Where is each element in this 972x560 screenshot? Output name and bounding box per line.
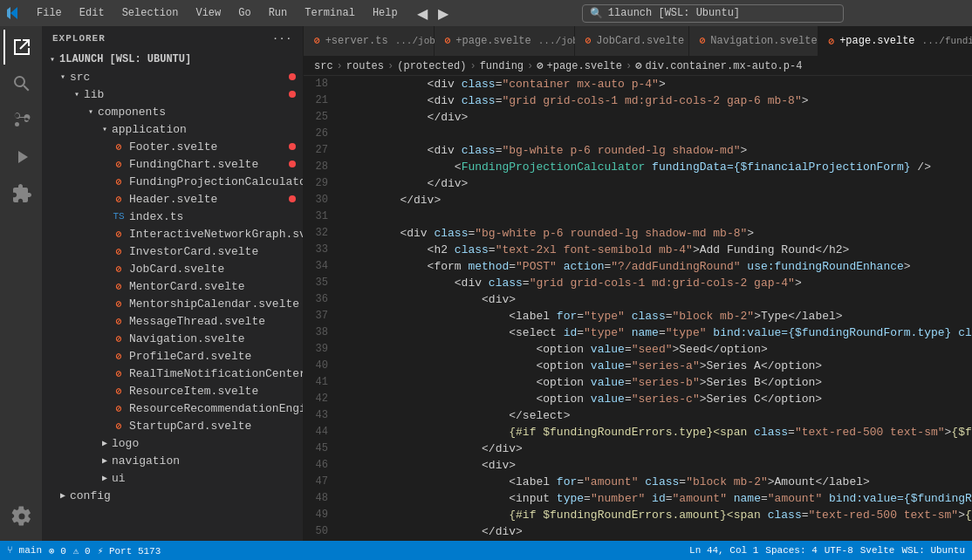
file-funding-chart[interactable]: ⊘ FundingChart.svelte [42,155,303,173]
line-content-38: <select id="type" name="type" bind:value… [339,324,972,341]
file-mentor-card[interactable]: ⊘ MentorCard.svelte [42,277,303,295]
code-line-34: 34 <form method="POST" action="?/addFund… [304,258,972,275]
line-content-47: <label for="amount" class="block mb-2">A… [339,474,870,490]
file-job-card[interactable]: ⊘ JobCard.svelte [42,260,303,277]
code-line-27: 27 <div class="bg-white p-6 rounded-lg s… [304,142,972,159]
tab-label-page-jobs: +page.svelte [455,35,530,47]
menu-bar[interactable]: File Edit Selection View Go Run Terminal… [30,5,405,21]
activity-explorer[interactable] [3,30,38,65]
tree-application[interactable]: ▾ application [42,120,303,138]
tree-ui[interactable]: ▶ ui [42,469,303,487]
status-port[interactable]: ⚡ Port 5173 [98,545,161,557]
file-funding-projection-calculator[interactable]: ⊘ FundingProjectionCalculator.svelte 9+ [42,173,303,190]
status-warnings[interactable]: ⚠ 0 [73,545,91,557]
activity-settings[interactable] [3,499,38,534]
tab-navigation[interactable]: ⊘ Navigation.svelte × [689,26,818,56]
file-header-svelte[interactable]: ⊘ Header.svelte [42,190,303,208]
tree-logo[interactable]: ▶ logo [42,434,303,452]
search-bar[interactable]: 🔍 1launch [WSL: Ubuntu] [461,4,965,23]
line-num-46: 46 [304,457,339,474]
file-investor-card[interactable]: ⊘ InvestorCard.svelte [42,242,303,260]
breadcrumb-funding[interactable]: funding [480,60,524,72]
file-navigation[interactable]: ⊘ Navigation.svelte [42,330,303,347]
tab-job-card[interactable]: ⊘ JobCard.svelte × [575,26,689,56]
status-encoding[interactable]: UTF-8 [825,545,853,556]
line-content-29: </div> [339,175,468,192]
breadcrumb-routes[interactable]: routes [346,60,384,72]
status-branch[interactable]: ⑂ main [7,545,42,556]
file-startup-card[interactable]: ⊘ StartupCard.svelte [42,417,303,434]
code-editor[interactable]: 18 <div class="container mx-auto p-4"> 2… [304,76,972,541]
file-resource-recommendation[interactable]: ⊘ ResourceRecommendationEngine.svelte [42,400,303,417]
tab-label-server: +server.ts [325,35,388,47]
tree-lib[interactable]: ▾ lib [42,85,303,103]
ui-arrow: ▶ [98,471,112,485]
menu-selection[interactable]: Selection [115,5,186,21]
code-line-25: 25 </div> [304,109,972,126]
line-content-30: </div> [339,192,441,208]
activity-extensions[interactable] [3,176,38,211]
header-dot [289,195,296,202]
activity-search[interactable] [3,66,38,101]
ts-file-icon: TS [112,209,126,223]
tree-src[interactable]: ▾ src [42,68,303,85]
code-line-29: 29 </div> [304,175,972,192]
breadcrumb-src[interactable]: src [314,60,333,72]
line-num-37: 37 [304,308,339,324]
tab-icon-navigation: ⊘ [700,35,706,46]
file-index-ts[interactable]: TS index.ts [42,208,303,225]
line-content-39: <option value="seed">Seed</option> [339,341,768,358]
breadcrumb-file[interactable]: +page.svelte [547,60,622,72]
line-content-18: <div class="container mx-auto p-4"> [339,76,666,92]
file-profile-card[interactable]: ⊘ ProfileCard.svelte [42,347,303,365]
file-interactive-network-graph[interactable]: ⊘ InteractiveNetworkGraph.svelte 5 [42,225,303,242]
code-line-21: 21 <div class="grid grid-cols-1 md:grid-… [304,92,972,109]
forward-button[interactable]: ▶ [435,3,452,24]
menu-go[interactable]: Go [231,5,257,21]
back-button[interactable]: ◀ [414,3,431,24]
tab-page-svelte-funding[interactable]: ⊘ +page.svelte .../funding [818,26,972,56]
code-line-47: 47 <label for="amount" class="block mb-2… [304,474,972,490]
status-lang[interactable]: Svelte [860,545,895,556]
menu-run[interactable]: Run [262,5,295,21]
line-num-47: 47 [304,474,339,490]
activity-run-debug[interactable] [3,140,38,174]
code-line-35: 35 <div class="grid grid-cols-1 md:grid-… [304,275,972,291]
menu-help[interactable]: Help [366,5,405,21]
code-line-37: 37 <label for="type" class="block mb-2">… [304,308,972,324]
components-arrow: ▾ [84,105,98,119]
tree-components[interactable]: ▾ components [42,103,303,120]
lib-arrow: ▾ [70,87,84,101]
file-mentorship-calendar[interactable]: ⊘ MentorshipCalendar.svelte [42,295,303,312]
file-footer-svelte[interactable]: ⊘ Footer.svelte [42,138,303,155]
tab-page-svelte-jobs[interactable]: ⊘ +page.svelte .../jobs [435,26,575,56]
menu-edit[interactable]: Edit [72,5,112,21]
search-input[interactable]: 🔍 1launch [WSL: Ubuntu] [582,4,844,23]
editor-content: ⊘ +server.ts .../jobs ⊘ +page.svelte ...… [304,26,972,541]
status-line-col[interactable]: Ln 44, Col 1 [689,545,758,556]
breadcrumb-symbol[interactable]: div.container.mx-auto.p-4 [645,60,802,72]
sep4: › [527,60,533,72]
sidebar-actions[interactable]: ··· [272,33,292,44]
line-num-43: 43 [304,407,339,424]
tree-root[interactable]: ▾ 1LAUNCH [WSL: UBUNTU] [42,51,303,68]
breadcrumb-protected[interactable]: (protected) [397,60,466,72]
tab-server-ts[interactable]: ⊘ +server.ts .../jobs [304,26,435,56]
logo-arrow: ▶ [98,436,112,450]
tree-config[interactable]: ▶ config [42,487,303,504]
menu-file[interactable]: File [30,5,69,21]
file-resource-item[interactable]: ⊘ ResourceItem.svelte [42,382,303,400]
more-actions-icon[interactable]: ··· [272,33,292,44]
tree-navigation[interactable]: ▶ navigation [42,452,303,469]
activity-source-control[interactable] [3,103,38,138]
menu-view[interactable]: View [188,5,228,21]
status-errors[interactable]: ⊗ 0 [49,545,66,557]
menu-terminal[interactable]: Terminal [298,5,362,21]
svelte-file-icon: ⊘ [112,401,126,415]
file-message-thread[interactable]: ⊘ MessageThread.svelte [42,312,303,330]
nav-buttons[interactable]: ◀ ▶ [414,3,452,24]
status-spaces[interactable]: Spaces: 4 [765,545,817,556]
file-realtime-notification[interactable]: ⊘ RealTimeNotificationCenter.svelte [42,365,303,382]
line-num-25: 25 [304,109,339,126]
file-name-mentor-card: MentorCard.svelte [129,280,245,293]
